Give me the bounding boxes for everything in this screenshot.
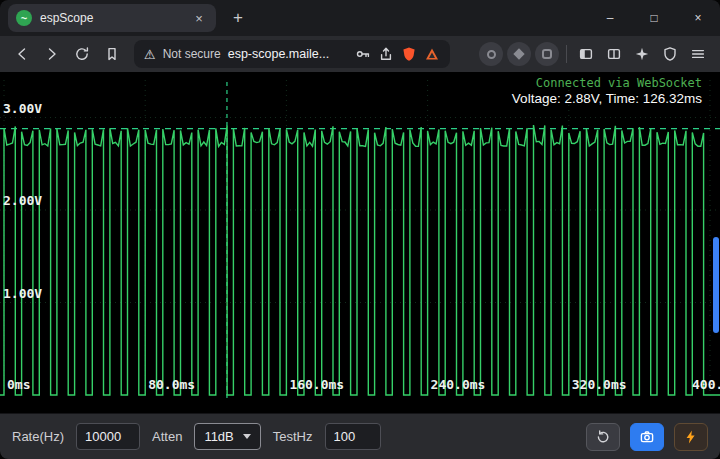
extension-icon-3[interactable] (535, 42, 559, 66)
extension-glyph (542, 49, 552, 59)
sidebar-toggle-button[interactable] (572, 40, 600, 68)
svg-text:2.00V: 2.00V (3, 193, 42, 208)
camera-icon (639, 429, 655, 445)
refresh-icon (595, 429, 611, 445)
rewards-button[interactable] (656, 40, 684, 68)
split-view-button[interactable] (600, 40, 628, 68)
tab-title: espScope (40, 11, 182, 25)
bookmark-icon (104, 46, 120, 62)
reset-button[interactable] (586, 423, 620, 451)
chevron-down-icon (243, 434, 251, 439)
action-buttons (586, 423, 708, 451)
shield-icon (662, 46, 678, 62)
maximize-button[interactable]: □ (632, 0, 676, 36)
brave-shield-icon[interactable] (401, 46, 417, 62)
extension-icon-1[interactable] (479, 42, 503, 66)
extension-icon-2[interactable] (507, 42, 531, 66)
rate-input[interactable] (76, 423, 140, 450)
svg-text:80.0ms: 80.0ms (148, 377, 195, 392)
toolbar-divider (566, 45, 567, 63)
forward-icon (44, 46, 60, 62)
svg-text:0ms: 0ms (7, 377, 30, 392)
trigger-button[interactable] (674, 423, 708, 451)
svg-text:400.0ms: 400.0ms (692, 377, 720, 392)
minimize-button[interactable]: – (588, 0, 632, 36)
split-view-icon (606, 46, 622, 62)
browser-window: ~ espScope × + – □ × ⚠ Not secure esp-sc… (0, 0, 720, 459)
tab-close-button[interactable]: × (190, 9, 208, 27)
scope-display[interactable]: 3.00V2.00V1.00V0ms80.0ms160.0ms240.0ms32… (0, 72, 720, 413)
browser-toolbar: ⚠ Not secure esp-scope.maile... (0, 36, 720, 72)
atten-label: Atten (152, 429, 182, 444)
svg-text:1.00V: 1.00V (3, 286, 42, 301)
scope-canvas[interactable]: 3.00V2.00V1.00V0ms80.0ms160.0ms240.0ms32… (0, 72, 720, 413)
rate-label: Rate(Hz) (12, 429, 64, 444)
leo-ai-button[interactable] (628, 40, 656, 68)
atten-value: 11dB (204, 429, 233, 444)
share-icon[interactable] (378, 46, 394, 62)
svg-text:320.0ms: 320.0ms (572, 377, 627, 392)
warning-icon: ⚠ (144, 48, 156, 61)
forward-button[interactable] (38, 40, 66, 68)
back-button[interactable] (8, 40, 36, 68)
testhz-label: TestHz (273, 429, 313, 444)
sidebar-icon (578, 46, 594, 62)
svg-text:240.0ms: 240.0ms (431, 377, 486, 392)
scrollbar-thumb[interactable] (713, 237, 719, 333)
menu-button[interactable] (684, 40, 712, 68)
window-controls: – □ × (588, 0, 720, 36)
url-text: esp-scope.maile... (228, 47, 348, 61)
testhz-input[interactable] (325, 423, 381, 450)
browser-tab[interactable]: ~ espScope × (8, 4, 216, 32)
back-icon (14, 46, 30, 62)
security-label: Not secure (163, 47, 221, 61)
site-favicon-icon: ~ (16, 10, 32, 26)
svg-text:3.00V: 3.00V (3, 101, 42, 116)
extension-glyph (513, 48, 524, 59)
scope-controls-bar: Rate(Hz) Atten 11dB TestHz (0, 413, 720, 459)
title-bar: ~ espScope × + – □ × (0, 0, 720, 36)
triangle-badge-icon[interactable] (424, 46, 440, 62)
toolbar-right-cluster (477, 40, 712, 68)
lightning-icon (683, 429, 699, 445)
capture-button[interactable] (630, 423, 664, 451)
extension-glyph (487, 50, 496, 59)
close-button[interactable]: × (676, 0, 720, 36)
url-bar[interactable]: ⚠ Not secure esp-scope.maile... (134, 40, 450, 68)
atten-select[interactable]: 11dB (194, 423, 260, 450)
new-tab-button[interactable]: + (224, 4, 252, 32)
bookmark-button[interactable] (98, 40, 126, 68)
sparkle-icon (634, 46, 650, 62)
key-icon[interactable] (355, 46, 371, 62)
svg-text:160.0ms: 160.0ms (289, 377, 344, 392)
reload-button[interactable] (68, 40, 96, 68)
hamburger-icon (690, 46, 706, 62)
reload-icon (74, 46, 90, 62)
